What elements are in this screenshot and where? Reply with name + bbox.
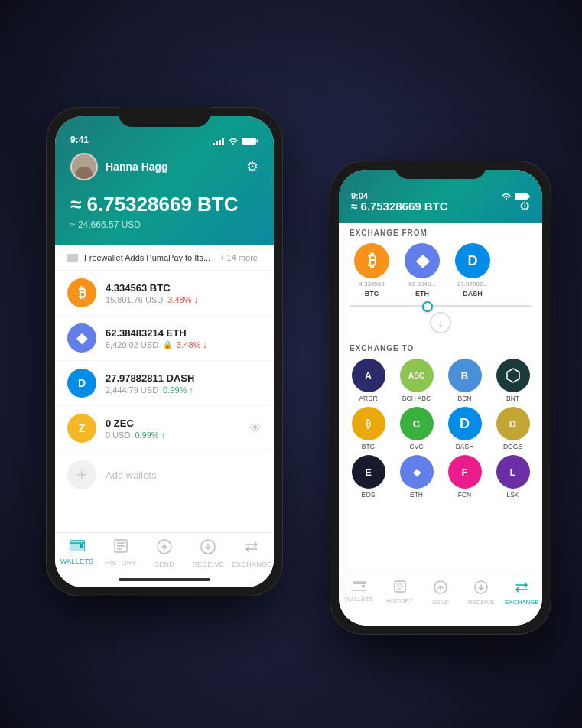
btc-info: 4.334563 BTC 15,801.76 USD 3.48% ↓ bbox=[106, 282, 262, 304]
zec-info: 0 ZEC 0 USD 0.99% ↑ bbox=[106, 418, 240, 440]
wallet-item-eth[interactable]: ◆ 62.38483214 ETH 6,420.02 USD 🔒 3.48% ↓ bbox=[55, 316, 274, 361]
p1-balance-usd: ≈ 24,666.57 USD bbox=[70, 219, 258, 230]
grid-doge[interactable]: D DOGE bbox=[491, 407, 535, 450]
p2-from-dash[interactable]: D 27.97882... DASH bbox=[450, 243, 495, 297]
p2-nav-exchange[interactable]: EXCHANGE bbox=[502, 580, 542, 606]
ardr-label: ARDR bbox=[359, 395, 377, 402]
p2-nav-receive-label: RECEIVE bbox=[468, 599, 495, 606]
nav-receive-label: RECEIVE bbox=[192, 561, 224, 568]
add-wallet-label: Add wallets bbox=[106, 470, 156, 481]
wifi-icon bbox=[228, 138, 239, 145]
cvc-label: CVC bbox=[410, 443, 424, 450]
p2-nav-wallets-label: WALLETS bbox=[345, 596, 373, 603]
svg-rect-8 bbox=[80, 544, 83, 548]
nav-send-label: SEND bbox=[154, 561, 174, 568]
bcn-circle: B bbox=[448, 359, 482, 392]
nav-exchange-icon bbox=[244, 539, 259, 558]
p2-nav-receive[interactable]: RECEIVE bbox=[461, 580, 502, 606]
p2-slider-thumb[interactable] bbox=[422, 301, 433, 312]
eos-circle: E bbox=[352, 455, 385, 489]
nav-history-label: HISTORY bbox=[105, 559, 137, 567]
p2-bottom-nav: WALLETS HISTORY SEND bbox=[339, 574, 542, 626]
dash-pct: 0.99% ↑ bbox=[163, 385, 193, 395]
status-time-left: 9:41 bbox=[70, 135, 89, 145]
grid-lsk[interactable]: L LSK bbox=[491, 455, 535, 499]
grid-eos[interactable]: E EOS bbox=[346, 455, 390, 499]
p2-arrow-row: ↓ bbox=[339, 310, 542, 338]
p1-wallet-list: ₿ 4.334563 BTC 15,801.76 USD 3.48% ↓ ◆ 6… bbox=[55, 271, 274, 499]
lsk-circle: L bbox=[496, 455, 530, 489]
nav-history[interactable]: HISTORY bbox=[99, 539, 142, 567]
eye-icon[interactable]: 👁 bbox=[249, 421, 262, 435]
p2-dash-amt: 27.97882... bbox=[457, 281, 488, 288]
p2-nav-exchange-icon bbox=[515, 580, 528, 597]
grid-fcn[interactable]: F FCN bbox=[443, 455, 486, 499]
p1-username: Hanna Hagg bbox=[106, 161, 168, 173]
wallet-item-dash[interactable]: D 27.97882811 DASH 2,444.79 USD 0.99% ↑ bbox=[55, 361, 274, 406]
grid-cvc[interactable]: C CVC bbox=[395, 407, 438, 450]
phone-right: 9:04 ≈ 6.75328669 BTC ⚙ bbox=[330, 161, 551, 635]
svg-marker-17 bbox=[507, 369, 519, 382]
dash-amount: 27.97882811 DASH bbox=[106, 372, 262, 384]
p2-exchange-to-title: EXCHANGE TO bbox=[339, 338, 542, 356]
nav-send[interactable]: SEND bbox=[142, 539, 186, 568]
nav-wallets[interactable]: WALLETS bbox=[55, 539, 99, 565]
phone-right-screen: 9:04 ≈ 6.75328669 BTC ⚙ bbox=[339, 170, 542, 626]
nav-receive-icon bbox=[200, 539, 216, 558]
nav-history-icon bbox=[114, 539, 128, 557]
doge-circle: D bbox=[496, 407, 530, 440]
p2-down-arrow[interactable]: ↓ bbox=[430, 312, 451, 333]
p2-nav-history-label: HISTORY bbox=[386, 597, 413, 604]
p2-dash-circle: D bbox=[455, 243, 490, 278]
nav-exchange-label: EXCHANGE bbox=[232, 561, 272, 568]
eth-icon: ◆ bbox=[67, 323, 96, 353]
btc-sub: 15,801.76 USD 3.48% ↓ bbox=[106, 295, 262, 304]
phone-left-notch bbox=[119, 107, 210, 127]
grid-bch[interactable]: ABC BCH ABC bbox=[395, 359, 438, 402]
p2-nav-history-icon bbox=[394, 580, 406, 596]
add-wallet-icon: + bbox=[67, 460, 96, 489]
p2-from-eth[interactable]: ◆ 62.3848... ETH bbox=[400, 243, 444, 297]
wallet-item-btc[interactable]: ₿ 4.334563 BTC 15,801.76 USD 3.48% ↓ bbox=[55, 271, 274, 316]
btg-circle: ₿ bbox=[352, 407, 385, 440]
grid-bnt[interactable]: BNT bbox=[491, 359, 535, 402]
wallet-item-zec[interactable]: Z 0 ZEC 0 USD 0.99% ↑ 👁 bbox=[55, 406, 274, 451]
eth-usd: 6,420.02 USD bbox=[106, 340, 158, 349]
bnt-label: BNT bbox=[506, 395, 519, 402]
btg-label: BTG bbox=[362, 443, 375, 450]
eth-pct: 3.48% ↓ bbox=[177, 340, 207, 349]
p2-from-btc[interactable]: ₿ 4.334563 BTC bbox=[350, 243, 394, 297]
grid-eth2[interactable]: ◆ ETH bbox=[395, 455, 438, 499]
bch-circle: ABC bbox=[400, 359, 434, 392]
bnt-hex-icon bbox=[505, 367, 522, 384]
p2-to-coins-grid: A ARDR ABC BCH ABC B BCN bbox=[339, 356, 542, 505]
eth2-circle: ◆ bbox=[400, 455, 434, 489]
p2-nav-send[interactable]: SEND bbox=[420, 580, 460, 606]
p2-nav-history[interactable]: HISTORY bbox=[379, 580, 420, 604]
svg-rect-16 bbox=[528, 195, 530, 198]
eth2-label: ETH bbox=[410, 491, 423, 499]
grid-dash[interactable]: D DASH bbox=[443, 407, 486, 450]
p1-avatar-body bbox=[76, 167, 93, 179]
grid-btg[interactable]: ₿ BTG bbox=[346, 407, 390, 450]
envelope-icon bbox=[67, 254, 78, 262]
settings-icon[interactable]: ⚙ bbox=[246, 158, 258, 175]
eth-sub: 6,420.02 USD 🔒 3.48% ↓ bbox=[106, 340, 262, 349]
zec-icon: Z bbox=[67, 414, 96, 443]
p2-nav-wallets[interactable]: WALLETS bbox=[339, 580, 379, 603]
lock-icon: 🔒 bbox=[163, 340, 172, 349]
ardr-circle: A bbox=[352, 359, 385, 392]
nav-receive[interactable]: RECEIVE bbox=[187, 539, 230, 568]
add-wallet-row[interactable]: + Add wallets bbox=[55, 451, 274, 499]
nav-exchange[interactable]: EXCHANGE bbox=[230, 539, 274, 568]
signal-icon bbox=[213, 138, 225, 145]
bcn-label: BCN bbox=[458, 395, 472, 402]
p1-news-bar[interactable]: Freewallet Adds PumaPay to Its... + 14 m… bbox=[55, 245, 274, 271]
grid-bcn[interactable]: B BCN bbox=[443, 359, 486, 402]
grid-ardr[interactable]: A ARDR bbox=[346, 359, 390, 402]
dash-sub: 2,444.79 USD 0.99% ↑ bbox=[106, 385, 262, 395]
battery-icon bbox=[242, 137, 258, 145]
dash-usd: 2,444.79 USD bbox=[106, 385, 158, 395]
nav-wallets-label: WALLETS bbox=[60, 557, 94, 565]
svg-rect-5 bbox=[257, 140, 258, 143]
